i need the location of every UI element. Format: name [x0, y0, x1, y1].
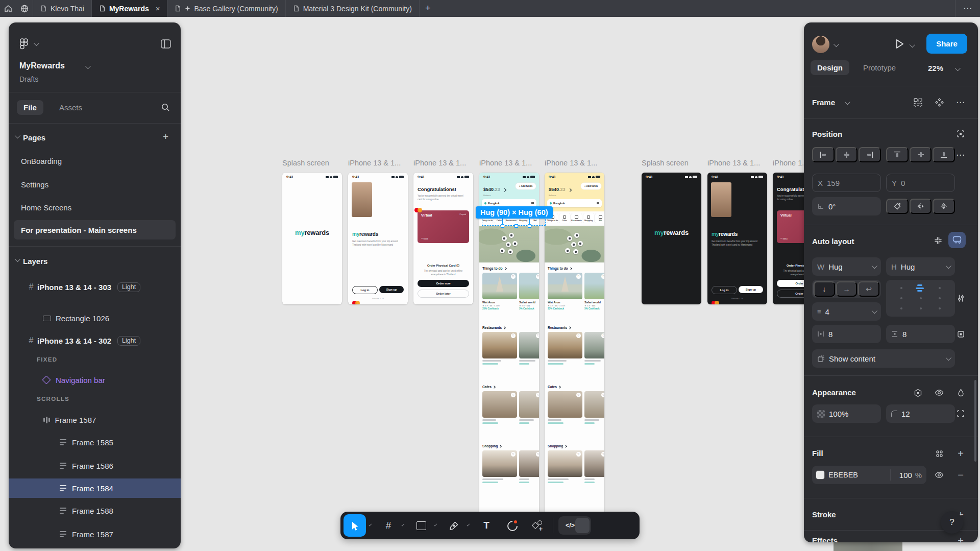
direction-wrap-button[interactable]: ↩ [858, 281, 879, 297]
tab-prototype[interactable]: Prototype [856, 60, 902, 75]
tab-design[interactable]: Design [811, 60, 849, 75]
canvas-frame-label[interactable]: Splash screen [642, 159, 699, 167]
login-button[interactable]: Log in [712, 286, 737, 294]
fill-visibility-icon[interactable] [932, 467, 947, 483]
more-options-icon[interactable]: ⋯ [953, 94, 968, 110]
community-browser-button[interactable] [17, 0, 32, 17]
layer-frame-1584-selected[interactable]: Frame 1584 [9, 478, 181, 498]
canvas-frame-label[interactable]: iPhone 13 & 1... [479, 159, 536, 167]
chevron-down-icon[interactable] [955, 65, 961, 71]
selection-handle[interactable] [501, 224, 504, 228]
main-menu[interactable] [18, 38, 30, 50]
favorite-icon[interactable]: ♡ [601, 393, 604, 397]
favorite-icon[interactable]: ♡ [576, 333, 581, 338]
chevron-down-icon[interactable] [15, 256, 20, 262]
direction-vertical-button[interactable]: ↓ [814, 281, 835, 297]
poi-card[interactable]: ♡ [584, 391, 604, 424]
present-button[interactable] [892, 38, 908, 50]
section-cafes[interactable]: Cafes [482, 385, 495, 389]
collapse-sidebar-button[interactable] [158, 38, 171, 50]
favorite-icon[interactable]: ♡ [511, 393, 516, 397]
poi-card[interactable]: ♡ [548, 450, 582, 483]
section-cafes[interactable]: Cafes [548, 385, 560, 389]
poi-card[interactable]: ♡ [584, 450, 604, 483]
tab-base-gallery[interactable]: Base Gallery (Community) [167, 0, 285, 17]
chevron-down-icon[interactable] [85, 63, 91, 69]
frame-to-selection-icon[interactable] [953, 126, 968, 141]
chevron-down-icon[interactable] [34, 40, 39, 46]
chevron-down-icon[interactable] [834, 41, 839, 47]
mockup-onboarding-light[interactable]: 9:41 myrewards Get maximum benefits from… [348, 173, 408, 304]
tab-file[interactable]: File [17, 100, 43, 115]
add-effect-icon[interactable]: + [953, 533, 968, 542]
help-button[interactable]: ? [941, 511, 963, 534]
direction-horizontal-button[interactable]: → [836, 281, 857, 297]
poi-card[interactable]: ♡ [482, 450, 517, 483]
chevron-down-icon[interactable] [15, 133, 20, 138]
add-page-button[interactable]: + [160, 131, 172, 143]
new-tab-button[interactable]: + [419, 0, 436, 17]
gap-input[interactable]: ≡4 [812, 302, 881, 321]
canvas-frame-label[interactable]: iPhone 13 & 1... [348, 159, 405, 167]
fill-opacity-input[interactable]: 100% [895, 471, 926, 480]
frame-tool[interactable]: # [378, 515, 399, 536]
chip-shopping[interactable]: Shopping [583, 213, 594, 223]
fill-row[interactable]: EBEBEB 100% [812, 466, 926, 484]
clip-content-dropdown[interactable]: Show content [812, 349, 955, 368]
pen-tool[interactable] [444, 515, 464, 536]
height-sizing-dropdown[interactable]: HHug [886, 257, 955, 276]
layer-iphone-303[interactable]: # iPhone 13 & 14 - 303 Light [9, 277, 181, 297]
x-position-input[interactable]: X159 [812, 174, 881, 192]
shrink-auto-layout-icon[interactable] [930, 233, 946, 248]
favorite-icon[interactable]: ♡ [536, 274, 539, 279]
create-component-icon[interactable] [932, 94, 947, 110]
search-icon[interactable] [158, 102, 173, 112]
favorite-icon[interactable]: ♡ [576, 393, 581, 397]
layer-frame-1585[interactable]: Frame 1585 [9, 433, 181, 452]
canvas-frame-label[interactable]: iPhone 1... [773, 159, 803, 167]
panel-scrollbar[interactable] [974, 380, 976, 462]
align-vertical-center-button[interactable] [910, 147, 932, 162]
resources-tool[interactable]: + [527, 515, 548, 536]
poi-card[interactable]: ♡ [519, 332, 539, 365]
poi-card[interactable]: ♡ [584, 332, 604, 365]
mockup-congrats-light[interactable]: 9:41 Congratulations! You've successfull… [413, 173, 473, 304]
shape-tool-menu[interactable] [431, 515, 438, 536]
section-shopping[interactable]: Shopping [548, 444, 567, 448]
selection-type[interactable]: Frame [812, 98, 835, 107]
move-tool[interactable] [344, 514, 366, 537]
poi-card[interactable]: ♡ Wat Arun ★ 4.9 · $$ · 3.1km 25% Cashba… [482, 273, 517, 310]
align-right-button[interactable] [859, 147, 881, 162]
layer-iphone-302[interactable]: # iPhone 13 & 14 - 302 Light [9, 331, 181, 350]
individual-padding-icon[interactable] [953, 326, 968, 342]
favorite-icon[interactable]: ♡ [511, 333, 516, 338]
chevron-down-icon[interactable] [910, 42, 915, 47]
canvas-frame-label[interactable]: iPhone 13 & 1... [545, 159, 602, 167]
page-item-settings[interactable]: Settings [9, 175, 181, 194]
poi-card[interactable]: ♡ [482, 391, 517, 424]
layer-frame-1587-b[interactable]: Frame 1587 [9, 524, 181, 544]
page-item-onboarding[interactable]: OnBoarding [9, 151, 181, 171]
breadcrumb-folder[interactable]: Drafts [19, 75, 38, 83]
corner-radius-input[interactable]: 12 [886, 404, 955, 423]
fill-color-swatch[interactable] [816, 471, 824, 479]
favorite-icon[interactable]: ♡ [511, 274, 516, 279]
section-shopping[interactable]: Shopping [482, 444, 501, 448]
shape-tool[interactable] [411, 515, 431, 536]
vertical-padding-input[interactable]: 8 [886, 325, 955, 343]
advanced-layout-icon[interactable] [953, 291, 968, 306]
signup-button[interactable]: Sign up [739, 286, 763, 293]
visibility-icon[interactable] [932, 385, 947, 400]
blend-mode-icon[interactable] [953, 385, 968, 400]
align-left-button[interactable] [812, 147, 835, 162]
poi-card[interactable]: ♡ [548, 391, 582, 424]
auto-layout-toggle[interactable] [948, 232, 966, 248]
text-tool[interactable]: T [476, 515, 497, 536]
close-icon[interactable]: × [156, 5, 160, 12]
rotate-icon[interactable] [886, 199, 909, 214]
opacity-input[interactable]: 100% [812, 404, 881, 423]
horizontal-padding-input[interactable]: 8 [812, 325, 881, 343]
align-top-button[interactable] [886, 147, 909, 162]
width-sizing-dropdown[interactable]: WHug [812, 257, 881, 276]
avatar[interactable] [812, 36, 829, 53]
